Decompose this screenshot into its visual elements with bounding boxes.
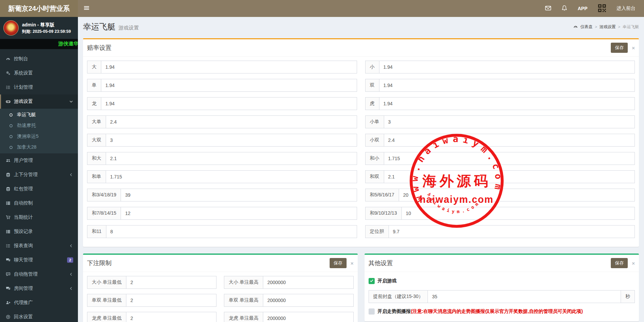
sidebar-item-australia-lucky5[interactable]: 澳洲幸运5 <box>0 131 78 142</box>
odds-row: 大单 <box>87 115 357 128</box>
odds-input[interactable] <box>101 79 357 92</box>
odds-input[interactable] <box>106 134 357 147</box>
odds-input[interactable] <box>106 225 357 238</box>
avatar[interactable] <box>3 20 19 36</box>
odds-input[interactable] <box>401 207 635 220</box>
limit-label: 单双 单注最高 <box>224 294 263 307</box>
sidebar-item-label: 聊天管理 <box>14 257 33 263</box>
circle-icon <box>8 113 14 117</box>
odds-input[interactable] <box>101 97 357 110</box>
sidebar-menu: 控制台 系统设置 计划管理 游戏设置 幸运飞艇 劲速摩托 <box>0 52 78 322</box>
sidebar-item-system-settings[interactable]: 系统设置 <box>0 66 78 80</box>
limit-row: 大小 单注最低 大小 单注最高 <box>87 276 354 289</box>
sidebar-toggle-button[interactable] <box>78 0 95 17</box>
odds-input[interactable] <box>106 115 357 128</box>
odds-input[interactable] <box>384 134 635 147</box>
odds-right-column: 小 双 虎 小单 小双 和小 和双 和5/6/16/17 和9/10/12/13… <box>365 61 635 243</box>
sidebar-item-redpacket-management[interactable]: 红包管理 <box>0 182 78 196</box>
limit-max-input[interactable] <box>263 276 353 289</box>
enter-frontend-link[interactable]: 进入前台 <box>611 0 641 17</box>
envelope-icon <box>545 5 551 12</box>
circle-icon <box>8 145 14 150</box>
sidebar-item-speed-moto[interactable]: 劲速摩托 <box>0 120 78 131</box>
topbar-actions: APP 进入前台 <box>540 0 644 17</box>
odds-input[interactable] <box>399 189 635 201</box>
th-list-icon <box>5 229 11 234</box>
odds-label: 和小 <box>365 152 384 165</box>
announcement-text: 游侠邀华 <box>58 41 78 47</box>
app-link[interactable]: APP <box>573 0 593 17</box>
cart-icon <box>5 215 11 220</box>
odds-label: 和7/8/14/15 <box>87 207 121 220</box>
sidebar-item-room-management[interactable]: 房间管理 <box>0 281 78 296</box>
breadcrumb-dashboard[interactable]: 仪表盘 <box>580 24 593 30</box>
odds-input[interactable] <box>379 79 635 92</box>
limit-min-input[interactable] <box>126 312 216 322</box>
sidebar-item-auto-control[interactable]: 自动控制 <box>0 196 78 210</box>
limit-max-input[interactable] <box>263 294 353 307</box>
odds-label: 虎 <box>365 97 379 110</box>
odds-input[interactable] <box>384 115 635 128</box>
messages-button[interactable] <box>540 0 556 17</box>
odds-input[interactable] <box>106 170 357 183</box>
sidebar-item-auto-bot-management[interactable]: 自动拖管理 <box>0 267 78 281</box>
sidebar-item-label: 幸运飞艇 <box>17 112 36 118</box>
sidebar-item-game-settings[interactable]: 游戏设置 <box>0 94 78 109</box>
user-plus-icon <box>5 300 11 305</box>
sidebar-item-rebate-settings[interactable]: 回水设置 <box>0 310 78 322</box>
odds-save-button[interactable]: 保存 <box>611 43 628 53</box>
qr-code-button[interactable] <box>593 0 611 17</box>
breadcrumb-game-settings[interactable]: 游戏设置 <box>600 24 616 30</box>
limits-save-button[interactable]: 保存 <box>330 258 347 268</box>
circle-icon <box>8 134 14 139</box>
odds-label: 和双 <box>365 170 384 183</box>
sidebar: admin - 尊享版 到期: 2025-05-09 23:59:59 游侠邀华… <box>0 17 78 322</box>
game-open-label: 开启游戏 <box>378 278 397 284</box>
odds-input[interactable] <box>379 61 635 73</box>
odds-input[interactable] <box>379 97 635 110</box>
sidebar-item-current-period-stats[interactable]: 当期统计 <box>0 210 78 224</box>
sidebar-item-user-management[interactable]: 用户管理 <box>0 153 78 168</box>
notifications-button[interactable] <box>556 0 573 17</box>
page-subtitle: 游戏设置 <box>119 25 139 31</box>
sidebar-item-label: 红包管理 <box>14 186 33 192</box>
sidebar-item-console[interactable]: 控制台 <box>0 52 78 66</box>
limit-min-input[interactable] <box>126 294 216 307</box>
odds-row: 和单 <box>87 170 357 183</box>
checkbox-checked[interactable] <box>369 278 375 284</box>
sidebar-item-canada28[interactable]: 加拿大28 <box>0 142 78 153</box>
breadcrumb-separator: > <box>595 25 597 29</box>
limit-min-input[interactable] <box>126 276 216 289</box>
seal-time-unit: 秒 <box>621 290 635 303</box>
sidebar-item-report-query[interactable]: 报表查询 <box>0 239 78 253</box>
sidebar-item-lucky-airship[interactable]: 幸运飞艇 <box>0 109 78 120</box>
limit-max-input[interactable] <box>263 312 353 322</box>
odds-input[interactable] <box>389 225 635 238</box>
sidebar-item-label: 控制台 <box>14 56 28 62</box>
seal-time-row: 提前封盘（建议15-30） 秒 <box>369 290 635 303</box>
sidebar-item-plan-management[interactable]: 计划管理 <box>0 80 78 94</box>
odds-input[interactable] <box>101 61 357 73</box>
odds-left-column: 大 单 龙 大单 大双 和大 和单 和3/4/18/19 和7/8/14/15 … <box>87 61 357 243</box>
checkbox-unchecked[interactable] <box>369 308 375 315</box>
odds-input[interactable] <box>121 189 357 201</box>
sidebar-item-chat-management[interactable]: 聊天管理 2 <box>0 253 78 267</box>
other-save-button[interactable]: 保存 <box>611 258 628 268</box>
sidebar-item-points-management[interactable]: 上下分管理 <box>0 168 78 182</box>
odds-input[interactable] <box>106 152 357 165</box>
sidebar-item-label: 游戏设置 <box>14 99 33 105</box>
odds-input[interactable] <box>384 170 635 183</box>
odds-row: 和5/6/16/17 <box>365 189 635 201</box>
limits-close-icon[interactable]: × <box>351 261 354 266</box>
limits-panel: 下注限制 保存 × 大小 单注最低 大小 单注最高 单双 单注最低 单双 单注最… <box>83 254 358 322</box>
odds-close-icon[interactable]: × <box>632 45 635 50</box>
odds-input[interactable] <box>121 207 357 220</box>
sidebar-item-preset-records[interactable]: 预设记录 <box>0 224 78 239</box>
seal-time-input[interactable] <box>428 290 621 303</box>
game-open-switch[interactable]: 开启游戏 <box>369 278 635 284</box>
trend-broadcast-switch[interactable]: 开启走势图播报(注意:在聊天消息流内的走势图播报仅展示官方开奖数据,自控的管理员… <box>369 308 635 315</box>
chevron-left-icon <box>69 173 73 177</box>
other-close-icon[interactable]: × <box>632 261 635 266</box>
sidebar-item-agent-promotion[interactable]: 代理推广 <box>0 296 78 310</box>
odds-input[interactable] <box>384 152 635 165</box>
